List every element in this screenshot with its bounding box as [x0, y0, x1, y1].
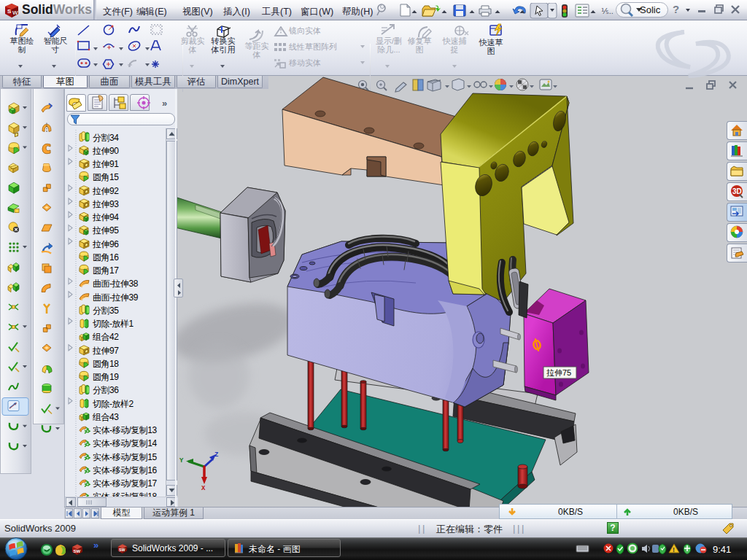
svg-text:Z: Z	[214, 451, 218, 459]
svg-text:拉伸75: 拉伸75	[546, 368, 571, 377]
svg-text:SW: SW	[119, 548, 125, 552]
svg-text:X: X	[201, 485, 206, 492]
svg-text:S: S	[7, 8, 12, 15]
svg-text:W: W	[12, 9, 18, 16]
svg-text:3D: 3D	[732, 187, 742, 195]
svg-text:!: !	[673, 546, 675, 553]
svg-text:⅕..: ⅕..	[601, 7, 614, 15]
svg-text:Y: Y	[179, 457, 184, 464]
svg-text:SW: SW	[74, 549, 81, 553]
